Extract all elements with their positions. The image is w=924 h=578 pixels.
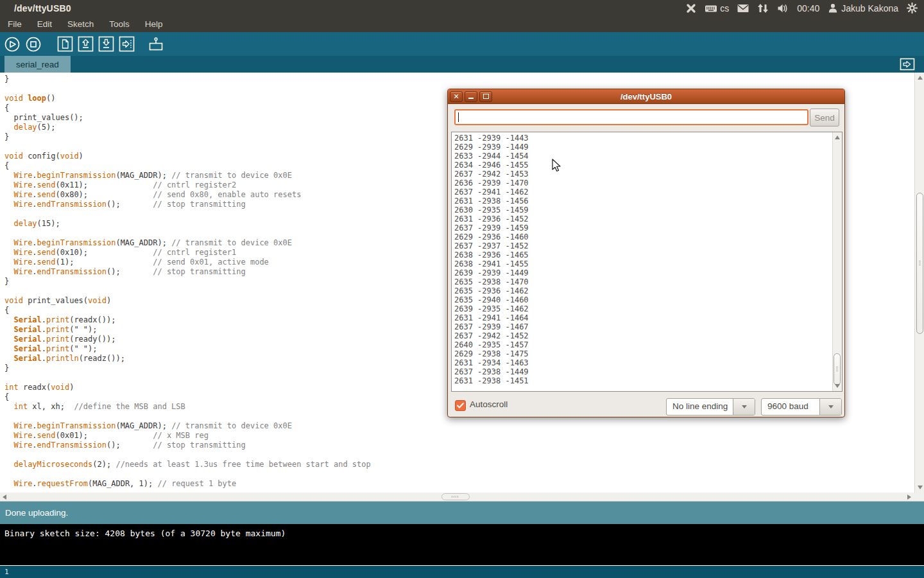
scroll-left-arrow-icon[interactable] [3, 495, 6, 500]
serial-line: 2629 -2938 -1475 [454, 349, 832, 358]
serial-monitor-icon [147, 35, 165, 53]
menu-edit[interactable]: Edit [30, 16, 60, 32]
serial-line: 2637 -2937 -1452 [454, 241, 832, 250]
editor-hscroll-thumb[interactable] [441, 493, 470, 500]
user-icon [828, 3, 838, 13]
keyboard-icon [705, 3, 717, 13]
new-sketch-button[interactable] [56, 35, 74, 53]
new-tab-button[interactable] [900, 58, 915, 73]
code-line: } [4, 277, 371, 286]
menu-tools[interactable]: Tools [101, 16, 137, 32]
status-bar: Done uploading. [0, 502, 924, 524]
dropdown-arrow-button[interactable] [733, 399, 755, 415]
tab-serial-read[interactable]: serial_read [4, 56, 71, 73]
close-button[interactable]: ✕ [450, 91, 463, 102]
serial-line: 2639 -2935 -1462 [454, 304, 832, 313]
code-line: Wire.beginTransmission(MAG_ADDR); // tra… [4, 421, 371, 431]
menu-help[interactable]: Help [137, 16, 171, 32]
save-sketch-button[interactable] [98, 35, 115, 53]
baud-rate-value: 9600 baud [762, 399, 819, 415]
network-icon[interactable] [757, 3, 769, 13]
serial-scrollbar[interactable] [832, 132, 842, 391]
editor-vscroll-thumb[interactable] [916, 193, 923, 334]
serial-line: 2638 -2936 -1465 [454, 250, 832, 259]
baud-rate-dropdown[interactable]: 9600 baud [761, 398, 842, 416]
serial-scroll-thumb[interactable] [834, 353, 841, 385]
user-menu[interactable]: Jakub Kakona [828, 3, 898, 13]
code-line: Serial.println(readz()); [4, 354, 371, 363]
scroll-up-arrow-icon[interactable] [918, 76, 923, 80]
keyboard-layout-indicator[interactable]: cs [705, 3, 729, 13]
serial-line: 2637 -2942 -1452 [454, 331, 832, 340]
serial-monitor-button[interactable] [147, 35, 165, 53]
scroll-right-arrow-icon[interactable] [907, 495, 911, 500]
minimize-button[interactable] [465, 91, 477, 102]
code-line: Wire.send(1); // send 0x01, active mode [4, 258, 371, 267]
mouse-cursor [550, 159, 563, 175]
chevron-down-icon [828, 405, 834, 408]
serial-output-area[interactable]: 2631 -2939 -14432629 -2939 -14492633 -29… [451, 132, 843, 392]
serial-line: 2639 -2939 -1449 [454, 268, 832, 277]
serial-line: 2640 -2935 -1457 [454, 340, 832, 349]
code-line: void config(void) [4, 152, 371, 161]
code-line: delay(5); [4, 123, 371, 132]
text-caret [458, 112, 459, 122]
serial-window-titlebar[interactable]: /dev/ttyUSB0 ✕ [448, 89, 844, 104]
code-line: } [4, 74, 371, 84]
menu-bar: File Edit Sketch Tools Help [0, 16, 924, 32]
editor-vertical-scrollbar[interactable] [914, 73, 924, 493]
serial-send-input[interactable] [454, 109, 809, 125]
serial-line: 2635 -2936 -1462 [454, 286, 832, 295]
serial-line: 2631 -2936 -1452 [454, 215, 832, 223]
dropdown-arrow-button[interactable] [819, 399, 841, 415]
serial-window-body: Send 2631 -2939 -14432629 -2939 -1449263… [448, 104, 844, 417]
serial-line: 2637 -2941 -1462 [454, 188, 832, 197]
build-console: Binary sketch size: 4208 bytes (of a 307… [0, 524, 924, 565]
serial-line: 2629 -2939 -1449 [454, 143, 832, 152]
code-line: { [4, 392, 371, 402]
autoscroll-checkbox[interactable] [455, 400, 466, 411]
window-title: /dev/ttyUSB0 [14, 3, 71, 13]
tab-bar: serial_read [0, 56, 924, 73]
verify-button[interactable] [3, 35, 21, 53]
serial-line: 2634 -2946 -1455 [454, 161, 832, 170]
open-sketch-button[interactable] [77, 35, 94, 53]
code-text: }void loop(){ print_values(); delay(5);}… [4, 74, 371, 489]
stop-button[interactable] [24, 35, 42, 53]
menu-sketch[interactable]: Sketch [60, 16, 101, 32]
editor-horizontal-scrollbar[interactable] [0, 493, 924, 502]
maximize-icon [483, 94, 489, 99]
line-ending-dropdown[interactable]: No line ending [666, 398, 755, 416]
code-line: Wire.endTransmission(); // stop transmit… [4, 267, 371, 277]
code-line: Wire.beginTransmission(MAG_ADDR); // tra… [4, 238, 371, 248]
code-line: Wire.endTransmission(); // stop transmit… [4, 200, 371, 209]
serial-line: 2635 -2938 -1470 [454, 277, 832, 286]
send-button[interactable]: Send [810, 109, 839, 127]
maximize-button[interactable] [479, 91, 492, 102]
menu-file[interactable]: File [0, 16, 30, 32]
serial-line: 2637 -2939 -1467 [454, 322, 832, 331]
keyboard-layout-label: cs [720, 3, 729, 13]
scroll-down-arrow-icon[interactable] [918, 486, 923, 489]
upload-button[interactable] [118, 35, 135, 53]
scroll-down-arrow-icon[interactable] [835, 384, 840, 388]
code-line: } [4, 363, 371, 373]
code-line: void loop() [4, 94, 371, 103]
upload-arrow-icon [118, 35, 135, 53]
desktop: /dev/ttyUSB0 cs 00:40 Jakub Kakona File … [0, 0, 924, 578]
session-gear-icon[interactable] [907, 3, 918, 13]
clock-label[interactable]: 00:40 [797, 3, 819, 13]
serial-line: 2631 -2938 -1451 [454, 376, 832, 385]
stop-icon [24, 35, 42, 53]
serial-line: 2637 -2939 -1459 [454, 223, 832, 232]
code-line [4, 469, 371, 479]
minimize-icon [468, 98, 474, 99]
code-line: Wire.send(0x80); // send 0x80, enable au… [4, 190, 371, 200]
scroll-up-arrow-icon[interactable] [835, 136, 840, 139]
indicator-icon[interactable] [686, 3, 696, 13]
top-panel: /dev/ttyUSB0 cs 00:40 Jakub Kakona [0, 0, 924, 16]
code-line: delay(15); [4, 219, 371, 229]
serial-line: 2637 -2938 -1449 [454, 367, 832, 376]
mail-icon[interactable] [737, 4, 749, 13]
volume-icon[interactable] [777, 3, 789, 13]
